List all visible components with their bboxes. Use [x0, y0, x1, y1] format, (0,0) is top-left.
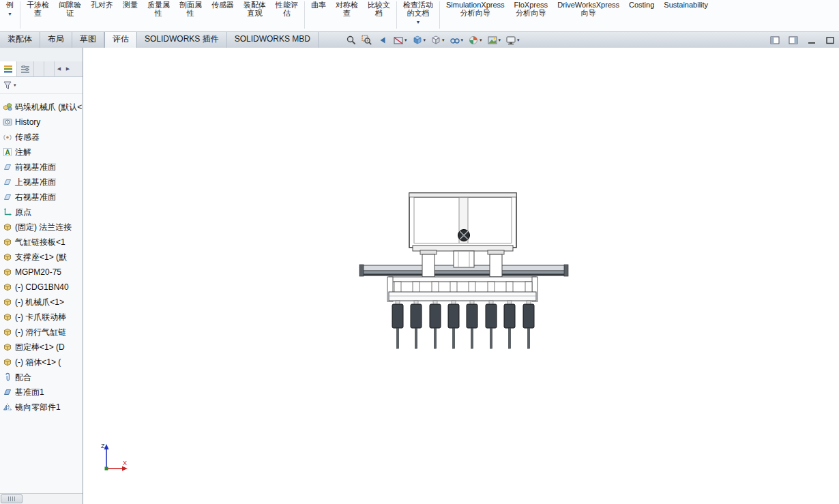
- ribbon-button-symmetry-check[interactable]: 对称检 查: [331, 0, 363, 17]
- tree-item-claw-linkage-rod[interactable]: (-) 卡爪联动棒: [0, 310, 83, 325]
- tree-item-annotations[interactable]: A 注解: [0, 145, 83, 160]
- ribbon-button-floxpress[interactable]: FloXpress 分析向导: [510, 0, 553, 17]
- ribbon-button-performance-evaluation[interactable]: 性能评 估: [271, 0, 303, 17]
- tree-item-front-plane[interactable]: 前视基准面: [0, 160, 83, 175]
- tree-item-cdg1bn40[interactable]: (-) CDG1BN40: [0, 280, 83, 295]
- tree-item-mirror-component[interactable]: 镜向零部件1: [0, 400, 83, 415]
- maximize-button[interactable]: [824, 34, 836, 46]
- tree-item-sliding-cylinder-link[interactable]: (-) 滑行气缸链: [0, 325, 83, 340]
- ribbon-button-mass-properties[interactable]: 质量属 性: [143, 0, 175, 17]
- panel-tab-scroll-right[interactable]: ▶: [63, 61, 72, 76]
- ribbon-button-costing[interactable]: Costing: [624, 0, 659, 9]
- ribbon-button-compare-documents[interactable]: 比较文 档: [363, 0, 395, 17]
- model-gripper-bracket[interactable]: [387, 277, 538, 301]
- ribbon-button-curvature[interactable]: 曲率: [306, 0, 331, 9]
- solidworks-window: 例 ▼ 干涉检 查 间隙验 证 孔对齐 测量 质量属 性 剖面属 性 传感器 装…: [0, 0, 839, 504]
- ribbon-button-assembly-visualization[interactable]: 装配体 直观: [239, 0, 271, 17]
- ribbon-button-section-properties[interactable]: 剖面属 性: [175, 0, 207, 17]
- part-icon: [3, 267, 12, 277]
- tab-solidworks-mbd[interactable]: SOLIDWORKS MBD: [227, 32, 319, 48]
- tree-item-top-plane[interactable]: 上视基准面: [0, 175, 83, 190]
- filter-funnel-icon[interactable]: [3, 80, 12, 90]
- tab-evaluate[interactable]: 评估: [104, 32, 137, 48]
- zoom-to-area-button[interactable]: [360, 34, 374, 46]
- graphics-viewport[interactable]: Z X: [83, 48, 839, 504]
- configurationmanager-tab[interactable]: [34, 61, 44, 76]
- tree-item-label: History: [15, 117, 40, 127]
- tab-assembly[interactable]: 装配体: [0, 32, 40, 48]
- ribbon-button-label: 孔对齐: [91, 1, 113, 9]
- tree-item-right-plane[interactable]: 右视基准面: [0, 190, 83, 205]
- ribbon-button-interference-check[interactable]: 干涉检 查: [22, 0, 54, 17]
- hide-show-items-button[interactable]: ▾: [448, 34, 465, 46]
- model-swivel-joint[interactable]: [458, 230, 470, 241]
- tree-item-sensors[interactable]: 传感器: [0, 130, 83, 145]
- view-settings-button[interactable]: ▾: [504, 34, 521, 46]
- tree-item-root-assembly[interactable]: 码垛机械爪 (默认<: [0, 100, 83, 115]
- caret-down-icon: ▾: [404, 38, 407, 43]
- ribbon-button-label: 剖面属 性: [179, 1, 202, 17]
- tab-solidworks-addins[interactable]: SOLIDWORKS 插件: [137, 32, 227, 48]
- model-left-post[interactable]: [420, 250, 437, 277]
- plane-feature-icon: [3, 387, 12, 397]
- model-top-frame[interactable]: [409, 193, 516, 251]
- tab-sketch[interactable]: 草图: [72, 32, 104, 48]
- featuremanager-tab[interactable]: [0, 61, 17, 76]
- tree-item-box-body[interactable]: (-) 箱体<1> (: [0, 355, 83, 370]
- model-right-post[interactable]: [488, 250, 504, 277]
- tree-item-mates[interactable]: 配合: [0, 370, 83, 385]
- zoom-to-fit-button[interactable]: [344, 34, 358, 46]
- ribbon-button-driveworksxpress[interactable]: DriveWorksXpress 向导: [553, 0, 624, 17]
- model-center-column[interactable]: [454, 251, 474, 267]
- part-icon: [3, 297, 12, 307]
- view-orientation-button[interactable]: ▾: [411, 34, 428, 46]
- ribbon-button-sustainability[interactable]: Sustainability: [659, 0, 713, 9]
- tree-item-fixed-rod[interactable]: 固定棒<1> (D: [0, 340, 83, 355]
- tree-item-mgpm20-75[interactable]: MGPM20-75: [0, 265, 83, 280]
- caret-down-icon[interactable]: ▾: [14, 83, 16, 88]
- tree-item-mechanical-claw[interactable]: (-) 机械爪<1>: [0, 295, 83, 310]
- minimize-button[interactable]: [806, 34, 818, 46]
- propertymanager-tab[interactable]: [17, 61, 34, 76]
- pane-left-button[interactable]: [769, 34, 781, 46]
- part-icon: [3, 222, 12, 232]
- caret-down-icon: ▾: [499, 38, 501, 43]
- dimxpert-tab[interactable]: [44, 61, 55, 76]
- ribbon-button-label: 例: [6, 1, 14, 9]
- display-style-icon: [430, 35, 441, 46]
- tree-item-label: 配合: [15, 372, 31, 383]
- tab-layout[interactable]: 布局: [40, 32, 72, 48]
- tree-item-origin[interactable]: 原点: [0, 205, 83, 220]
- ribbon-button-partial-left[interactable]: 例 ▼: [1, 0, 18, 16]
- pane-right-button[interactable]: [787, 34, 799, 46]
- ribbon-button-check-active-document[interactable]: 检查活动 的文档 ▼: [398, 0, 438, 25]
- tree-item-plane1[interactable]: 基准面1: [0, 385, 83, 400]
- ribbon-button-sensor[interactable]: 传感器: [207, 0, 239, 9]
- tree-horizontal-scrollbar[interactable]: [0, 493, 83, 504]
- model-gripper-fingers[interactable]: [392, 301, 534, 349]
- display-style-button[interactable]: ▾: [429, 34, 446, 46]
- apply-scene-button[interactable]: ▾: [486, 34, 503, 46]
- panel-tab-scroll-left[interactable]: ◀: [55, 61, 63, 76]
- cad-model-palletizing-gripper[interactable]: [83, 48, 839, 504]
- view-orientation-icon: [412, 35, 423, 46]
- ribbon-button-label: 传感器: [211, 1, 234, 9]
- ribbon-button-clearance-verification[interactable]: 间隙验 证: [54, 0, 86, 17]
- previous-view-button[interactable]: [376, 34, 389, 46]
- ribbon-button-hole-alignment[interactable]: 孔对齐: [86, 0, 118, 9]
- section-view-button[interactable]: ▾: [392, 34, 409, 46]
- tree-item-flange-connector[interactable]: (固定) 法兰连接: [0, 220, 83, 235]
- edit-appearance-button[interactable]: ▾: [467, 34, 484, 46]
- ribbon-button-label: 检查活动 的文档: [403, 1, 433, 17]
- ribbon-button-simulationxpress[interactable]: SimulationXpress 分析向导: [441, 0, 510, 17]
- tree-item-cylinder-link-plate[interactable]: 气缸链接板<1: [0, 235, 83, 250]
- ribbon-button-label: 间隙验 证: [59, 1, 81, 17]
- part-icon: [3, 312, 12, 322]
- tree-item-history[interactable]: History: [0, 115, 83, 130]
- caret-down-icon: ▼: [8, 12, 12, 16]
- part-icon: [3, 342, 12, 352]
- scrollbar-thumb[interactable]: [1, 494, 23, 503]
- tree-item-support-seat[interactable]: 支撑座<1> (默: [0, 250, 83, 265]
- ribbon-separator: [439, 1, 440, 29]
- ribbon-button-measure[interactable]: 测量: [118, 0, 143, 9]
